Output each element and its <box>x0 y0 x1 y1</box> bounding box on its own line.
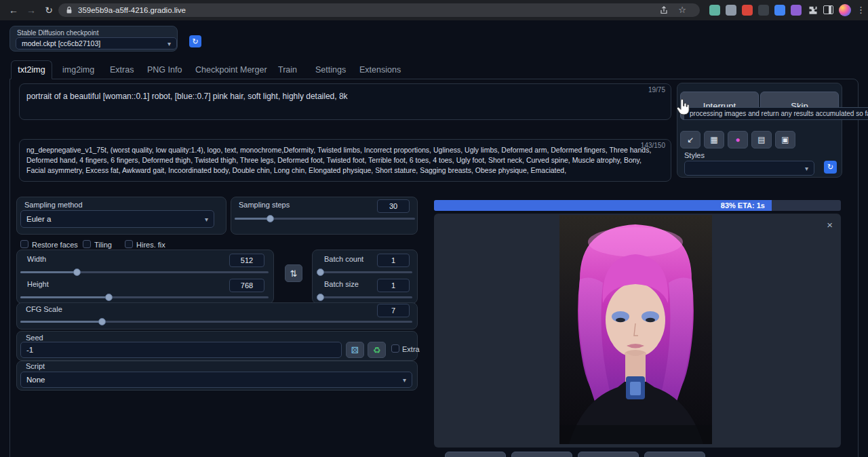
chevron-down-icon: ▾ <box>205 216 208 223</box>
script-dropdown[interactable]: None ▾ <box>20 372 412 388</box>
back-icon[interactable]: ← <box>7 3 20 17</box>
tiling-checkbox[interactable] <box>83 240 91 248</box>
clear-prompt-button[interactable]: ▦ <box>704 131 724 148</box>
progress-text: 83% ETA: 1s <box>721 201 765 210</box>
checkpoint-block: Stable Diffusion checkpoint model.ckpt [… <box>9 26 178 52</box>
batch-size-label: Batch size <box>324 280 359 288</box>
batch-count-input[interactable]: 1 <box>377 254 410 267</box>
style-copy-button[interactable]: ▤ <box>751 131 772 148</box>
cfg-scale-input[interactable]: 7 <box>377 304 410 317</box>
reuse-seed-button[interactable]: ♻ <box>368 342 386 358</box>
browser-menu-icon[interactable]: ⋮ <box>856 5 865 15</box>
cfg-scale-slider[interactable] <box>20 317 412 326</box>
slider-handle[interactable] <box>73 269 81 276</box>
generated-image[interactable] <box>559 215 712 444</box>
output-gallery: × <box>434 214 841 448</box>
bookmark-star-icon[interactable]: ☆ <box>678 5 686 15</box>
random-seed-button[interactable]: ⚄ <box>346 342 364 358</box>
width-label: Width <box>27 255 46 263</box>
close-preview-icon[interactable]: × <box>827 219 833 231</box>
restore-faces-checkbox[interactable] <box>20 240 28 248</box>
output-action-button[interactable] <box>511 452 572 457</box>
output-action-button[interactable] <box>644 452 705 457</box>
width-input[interactable]: 512 <box>229 254 264 267</box>
sampling-steps-input[interactable]: 30 <box>377 199 410 213</box>
paste-params-button[interactable]: ↙ <box>680 131 701 148</box>
sampling-method-label: Sampling method <box>24 201 83 209</box>
seed-extra-checkbox[interactable] <box>391 344 399 353</box>
refresh-styles-button[interactable]: ↻ <box>824 161 837 174</box>
styles-dropdown[interactable]: ▾ <box>684 161 814 176</box>
tab-extras[interactable]: Extras <box>110 65 134 75</box>
cfg-scale-label: CFG Scale <box>26 305 62 313</box>
tab-settings[interactable]: Settings <box>315 65 346 75</box>
tab-png-info[interactable]: PNG Info <box>147 65 182 75</box>
browser-toolbar: ← → ↻ 359e5b9a-a5ff-4216.gradio.live ☆ ⋮ <box>0 0 868 20</box>
width-slider[interactable] <box>20 268 269 277</box>
script-label: Script <box>26 362 45 370</box>
checkpoint-label: Stable Diffusion checkpoint <box>17 29 98 37</box>
side-panel-icon-bar <box>829 6 831 14</box>
batch-count-slider[interactable] <box>317 268 412 277</box>
height-slider[interactable] <box>20 293 269 302</box>
chevron-down-icon: ▾ <box>167 40 171 47</box>
checkpoint-value: model.ckpt [cc6cb27103] <box>22 39 100 47</box>
negative-prompt-input[interactable]: ng_deepnegative_v1_75t, (worst quality, … <box>19 139 671 182</box>
extension-icon[interactable] <box>726 5 736 16</box>
extension-icon[interactable] <box>742 5 753 16</box>
address-bar[interactable]: 359e5b9a-a5ff-4216.gradio.live ☆ <box>58 3 700 17</box>
slider-handle[interactable] <box>98 318 106 325</box>
batch-size-slider[interactable] <box>317 293 412 302</box>
slider-track <box>317 271 412 273</box>
side-panel-icon[interactable] <box>823 5 833 14</box>
extensions-puzzle-icon[interactable] <box>807 5 818 16</box>
prompt-input[interactable]: portrait of a beautiful [woman::0.1] rob… <box>19 83 671 120</box>
tab-img2img[interactable]: img2img <box>62 65 94 75</box>
tab-checkpoint-merger[interactable]: Checkpoint Merger <box>195 65 267 75</box>
slider-fill <box>20 271 77 273</box>
sampling-steps-label: Sampling steps <box>239 201 290 209</box>
output-action-button[interactable] <box>445 452 506 457</box>
styles-label: Styles <box>684 151 705 159</box>
slider-handle[interactable] <box>105 294 113 301</box>
checkpoint-dropdown[interactable]: model.ckpt [cc6cb27103] ▾ <box>16 37 177 49</box>
sampling-method-dropdown[interactable]: Euler a ▾ <box>20 210 214 228</box>
height-input[interactable]: 768 <box>229 279 264 292</box>
negative-prompt-text: ng_deepnegative_v1_75t, (worst quality, … <box>26 145 661 176</box>
seed-extra-label: Extra <box>402 345 420 353</box>
batch-size-input[interactable]: 1 <box>377 279 410 292</box>
forward-icon[interactable]: → <box>24 3 38 17</box>
slider-handle[interactable] <box>317 269 324 276</box>
swap-dimensions-button[interactable]: ⇅ <box>285 264 302 282</box>
output-action-button[interactable] <box>578 452 639 457</box>
prompt-token-counter: 19/75 <box>648 86 665 94</box>
restore-faces-label: Restore faces <box>32 241 78 249</box>
slider-handle[interactable] <box>267 215 274 222</box>
progress-bar: 83% ETA: 1s <box>434 200 841 211</box>
lock-icon <box>66 6 73 14</box>
slider-fill <box>20 296 108 298</box>
extension-icon[interactable] <box>791 5 802 16</box>
profile-avatar[interactable] <box>839 4 851 16</box>
prompt-text: portrait of a beautiful [woman::0.1] rob… <box>26 91 623 102</box>
sampling-steps-slider[interactable] <box>235 214 415 223</box>
tab-txt2img[interactable]: txt2img <box>11 60 52 79</box>
extension-icon[interactable] <box>758 5 769 16</box>
chevron-down-icon: ▾ <box>805 165 808 172</box>
style-save-button[interactable]: ▣ <box>775 131 795 148</box>
seed-input[interactable]: -1 <box>20 342 342 358</box>
reload-icon[interactable]: ↻ <box>42 3 56 17</box>
chevron-down-icon: ▾ <box>403 376 406 384</box>
screen: ← → ↻ 359e5b9a-a5ff-4216.gradio.live ☆ ⋮ <box>0 0 868 457</box>
style-apply-button[interactable]: ● <box>728 131 748 148</box>
slider-fill <box>20 321 102 323</box>
tab-extensions[interactable]: Extensions <box>359 65 401 75</box>
hires-fix-checkbox[interactable] <box>125 240 133 248</box>
extension-icon[interactable] <box>709 5 720 16</box>
progress-fill: 83% ETA: 1s <box>434 200 772 211</box>
refresh-checkpoints-button[interactable]: ↻ <box>189 35 201 47</box>
slider-handle[interactable] <box>317 294 324 301</box>
extension-icon[interactable] <box>774 5 785 16</box>
tab-train[interactable]: Train <box>278 65 297 75</box>
share-icon[interactable] <box>659 5 669 15</box>
